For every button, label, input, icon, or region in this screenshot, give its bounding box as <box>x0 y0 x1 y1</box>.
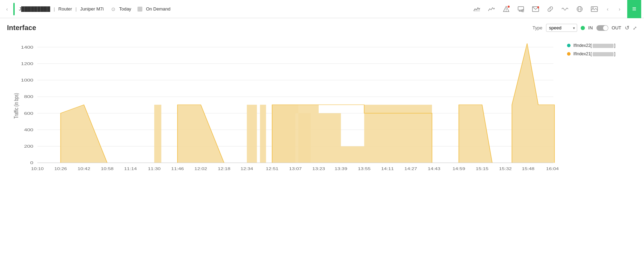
svg-text:10:26: 10:26 <box>54 167 67 171</box>
svg-text:13:07: 13:07 <box>289 167 302 171</box>
svg-text:1000: 1000 <box>21 78 34 82</box>
ondemand-checkbox[interactable] <box>137 7 142 12</box>
wave-icon[interactable] <box>559 3 571 15</box>
svg-text:11:14: 11:14 <box>124 167 137 171</box>
expand-icon[interactable]: ⤢ <box>633 25 637 31</box>
svg-text:13:55: 13:55 <box>358 167 370 171</box>
refresh-icon[interactable]: ↺ <box>625 24 629 31</box>
alert-icon[interactable] <box>501 3 512 15</box>
breadcrumb-node[interactable]: J█████████ <box>19 6 50 12</box>
sep1: | <box>54 6 55 12</box>
globe-icon[interactable] <box>574 3 585 15</box>
svg-marker-33 <box>154 105 161 163</box>
svg-text:14:43: 14:43 <box>428 167 440 171</box>
svg-text:12:51: 12:51 <box>266 167 278 171</box>
svg-text:15:48: 15:48 <box>522 167 535 171</box>
svg-marker-32 <box>61 105 107 163</box>
svg-text:0: 0 <box>30 161 33 165</box>
chart-area: 1400 1200 1000 800 600 400 200 0 Traffic… <box>7 36 564 183</box>
in-toggle-knob <box>603 26 608 30</box>
legend-item-ifindex22: IfIndex22[] <box>567 43 637 48</box>
svg-text:16:04: 16:04 <box>546 167 559 171</box>
svg-text:10:42: 10:42 <box>78 167 90 171</box>
back-arrow[interactable]: ‹ <box>3 5 11 13</box>
green-bar <box>13 3 15 15</box>
svg-text:12:18: 12:18 <box>218 167 230 171</box>
area-chart-icon[interactable] <box>471 3 482 15</box>
legend-dot-cyan <box>567 44 571 47</box>
topbar: ‹ J█████████ | Router | Juniper M7i ⊙ To… <box>0 0 644 18</box>
svg-text:400: 400 <box>24 127 34 132</box>
type-select[interactable]: speed utilization errors <box>546 24 577 32</box>
svg-text:12:34: 12:34 <box>240 167 253 171</box>
svg-text:200: 200 <box>24 144 34 148</box>
svg-text:14:11: 14:11 <box>381 167 394 171</box>
type-label: Type <box>532 25 542 30</box>
svg-text:Traffic (in bps): Traffic (in bps) <box>13 93 19 119</box>
svg-text:14:59: 14:59 <box>453 167 465 171</box>
type-select-wrapper[interactable]: speed utilization errors <box>546 24 577 32</box>
chart-legend: IfIndex22[] IfIndex21[] <box>567 36 637 183</box>
legend-redacted-22 <box>593 44 614 48</box>
topbar-right: ‹ › ≡ <box>471 0 641 18</box>
ondemand-label: On Demand <box>146 6 170 12</box>
svg-text:600: 600 <box>24 111 34 115</box>
svg-text:13:39: 13:39 <box>335 167 347 171</box>
svg-text:10:10: 10:10 <box>31 167 44 171</box>
topbar-left: ‹ J█████████ | Router | Juniper M7i ⊙ To… <box>3 3 471 15</box>
svg-text:14:27: 14:27 <box>404 167 417 171</box>
svg-marker-40 <box>272 105 432 163</box>
svg-text:13:23: 13:23 <box>312 167 325 171</box>
svg-text:15:15: 15:15 <box>476 167 488 171</box>
svg-marker-0 <box>474 8 480 12</box>
in-dot <box>581 26 585 30</box>
content-area: Interface Type speed utilization errors … <box>0 18 644 189</box>
svg-marker-35 <box>247 105 257 163</box>
chart-svg: 1400 1200 1000 800 600 400 200 0 Traffic… <box>7 36 564 183</box>
menu-button[interactable]: ≡ <box>627 0 641 18</box>
legend-redacted-21 <box>593 52 614 56</box>
svg-point-3 <box>508 6 510 8</box>
svg-point-2 <box>506 10 507 11</box>
chart-container: 1400 1200 1000 800 600 400 200 0 Traffic… <box>7 36 637 183</box>
svg-text:800: 800 <box>24 94 34 99</box>
legend-dot-orange <box>567 52 571 56</box>
legend-item-ifindex21: IfIndex21[] <box>567 51 637 56</box>
svg-text:15:32: 15:32 <box>499 167 512 171</box>
in-toggle[interactable] <box>596 25 608 31</box>
svg-marker-36 <box>260 105 266 163</box>
in-label: IN <box>588 25 593 30</box>
svg-text:10:58: 10:58 <box>101 167 113 171</box>
line-chart-icon[interactable] <box>486 3 497 15</box>
breadcrumb-router[interactable]: Router <box>58 6 72 12</box>
link-icon[interactable] <box>545 3 556 15</box>
prev-arrow[interactable]: ‹ <box>603 5 612 13</box>
svg-text:11:46: 11:46 <box>171 167 184 171</box>
svg-text:11:30: 11:30 <box>148 167 161 171</box>
sep2: | <box>76 6 77 12</box>
svg-marker-34 <box>177 105 224 163</box>
breadcrumb-device[interactable]: Juniper M7i <box>80 6 104 12</box>
clock-icon: ⊙ <box>111 6 115 12</box>
out-label: OUT <box>612 25 621 30</box>
svg-text:1400: 1400 <box>21 45 34 49</box>
legend-label-ifindex22: IfIndex22[] <box>573 43 615 48</box>
panel-controls: Type speed utilization errors IN OUT ↺ ⤢ <box>532 24 637 32</box>
panel-header: Interface Type speed utilization errors … <box>7 24 637 32</box>
page-title: Interface <box>7 24 36 32</box>
next-arrow[interactable]: › <box>615 5 624 13</box>
devices-icon[interactable] <box>515 3 526 15</box>
image-icon[interactable] <box>589 3 600 15</box>
time-label: Today <box>119 6 131 12</box>
legend-label-ifindex21: IfIndex21[] <box>573 51 615 56</box>
svg-text:12:02: 12:02 <box>194 167 207 171</box>
email-icon[interactable] <box>530 3 541 15</box>
svg-text:1200: 1200 <box>21 61 34 66</box>
svg-marker-42 <box>512 43 554 163</box>
